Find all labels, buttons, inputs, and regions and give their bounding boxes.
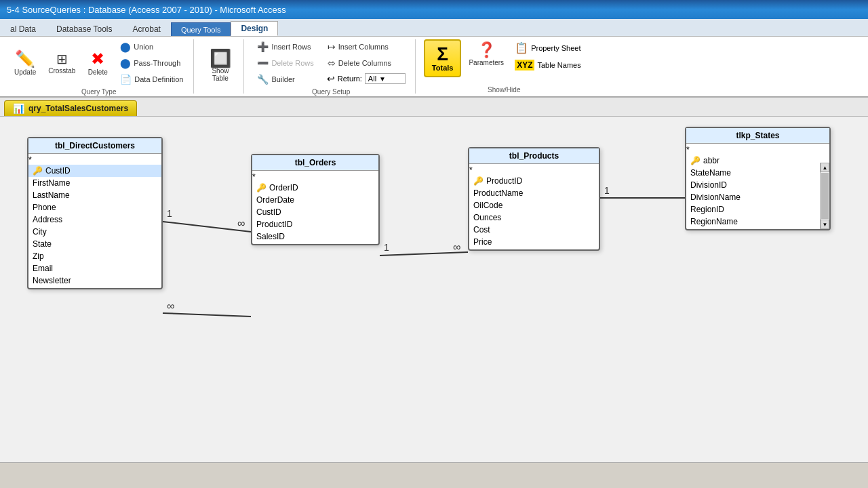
- parameters-group: ❓ Parameters: [464, 39, 509, 70]
- field-orders-custid[interactable]: CustID: [252, 206, 378, 218]
- field-states-star: *: [686, 145, 690, 155]
- table-products-header: tbl_Products: [469, 148, 599, 164]
- field-price[interactable]: Price: [469, 236, 599, 248]
- tab-al-data[interactable]: al Data: [0, 21, 46, 36]
- query-type-label: Query Type: [81, 87, 117, 96]
- field-orderid[interactable]: 🔑 OrderID: [252, 182, 378, 194]
- insert-columns-button[interactable]: ↦ Insert Columns: [323, 39, 410, 54]
- update-button[interactable]: ✏️ Update: [9, 47, 41, 79]
- field-newsletter[interactable]: Newsletter: [28, 274, 161, 287]
- tab-acrobat[interactable]: Acrobat: [123, 21, 171, 36]
- design-canvas: 1 ∞ ∞ 1 ∞ 1 tbl_DirectCustomers * 🔑 Cust…: [0, 117, 868, 462]
- property-sheet-button[interactable]: 📋 Property Sheet: [511, 39, 585, 56]
- key-icon-abbr: 🔑: [690, 156, 701, 165]
- key-icon-orderid: 🔑: [256, 183, 267, 192]
- ribbon-group-query-type: ✏️ Update ⊞ Crosstab ✖ Delete ⬤: [4, 39, 194, 94]
- show-hide-content: Σ Totals ❓ Parameters 📋 Property Sheet X…: [424, 39, 585, 85]
- ribbon-group-show-table: 🔲 Show Table: [197, 39, 244, 94]
- totals-icon: Σ: [437, 45, 448, 64]
- field-phone[interactable]: Phone: [28, 201, 161, 214]
- ribbon-group-query-setup: ➕ Insert Rows ➖ Delete Rows 🔧 Builder ↦: [247, 39, 415, 94]
- field-cost[interactable]: Cost: [469, 224, 599, 236]
- svg-line-3: [163, 313, 251, 317]
- states-scrollbar[interactable]: ▲ ▼: [820, 163, 829, 229]
- pass-through-icon: ⬤: [120, 58, 131, 68]
- field-address[interactable]: Address: [28, 214, 161, 226]
- totals-button[interactable]: Σ Totals: [424, 39, 462, 77]
- field-orders-productid[interactable]: ProductID: [252, 218, 378, 230]
- field-custid[interactable]: 🔑 CustID: [28, 165, 161, 177]
- builder-icon: 🔧: [257, 74, 269, 85]
- field-zip[interactable]: Zip: [28, 250, 161, 262]
- field-ounces[interactable]: Ounces: [469, 211, 599, 224]
- field-products-star: *: [469, 165, 473, 175]
- field-productid[interactable]: 🔑 ProductID: [469, 175, 599, 187]
- table-direct-customers-header: tbl_DirectCustomers: [28, 138, 161, 154]
- field-statename[interactable]: StateName: [686, 167, 829, 179]
- field-firstname[interactable]: FirstName: [28, 177, 161, 189]
- return-row: ↩ Return: All ▼: [323, 72, 410, 85]
- svg-text:1: 1: [167, 208, 172, 219]
- return-dropdown[interactable]: All ▼: [365, 73, 406, 84]
- insert-columns-icon: ↦: [328, 41, 336, 52]
- svg-text:∞: ∞: [453, 241, 460, 253]
- field-salesid[interactable]: SalesID: [252, 230, 378, 243]
- field-abbr[interactable]: 🔑 abbr: [686, 155, 829, 167]
- delete-button[interactable]: ✖ Delete: [83, 47, 113, 79]
- field-divisionname[interactable]: DivisionName: [686, 191, 829, 203]
- table-orders-header: tbl_Orders: [252, 155, 378, 171]
- table-names-icon: XYZ: [515, 60, 534, 70]
- query-type-small-buttons: ⬤ Union ⬤ Pass-Through 📄 Data Definition: [115, 39, 188, 87]
- scroll-thumb: [821, 173, 829, 219]
- show-table-content: 🔲 Show Table: [205, 39, 236, 92]
- query-tab-icon: 📊: [13, 103, 24, 114]
- tab-database-tools[interactable]: Database Tools: [46, 21, 123, 36]
- tab-design[interactable]: Design: [231, 21, 278, 36]
- field-divisionid[interactable]: DivisionID: [686, 179, 829, 191]
- tab-query-tools[interactable]: Query Tools: [171, 22, 231, 36]
- crosstab-button[interactable]: ⊞ Crosstab: [43, 49, 80, 78]
- field-regionname[interactable]: RegionName: [686, 216, 829, 228]
- scroll-down-arrow[interactable]: ▼: [821, 220, 829, 229]
- svg-line-0: [163, 222, 251, 232]
- union-button[interactable]: ⬤ Union: [115, 39, 188, 54]
- query-setup-content: ➕ Insert Rows ➖ Delete Rows 🔧 Builder ↦: [252, 39, 409, 87]
- builder-button[interactable]: 🔧 Builder: [252, 72, 318, 87]
- data-definition-button[interactable]: 📄 Data Definition: [115, 72, 188, 87]
- update-icon: ✏️: [15, 51, 35, 67]
- delete-columns-button[interactable]: ⬄ Delete Columns: [323, 56, 410, 70]
- delete-rows-button[interactable]: ➖ Delete Rows: [252, 56, 318, 70]
- insert-rows-button[interactable]: ➕ Insert Rows: [252, 39, 318, 54]
- show-hide-label: Show/Hide: [488, 85, 520, 94]
- scroll-up-arrow[interactable]: ▲: [821, 163, 829, 172]
- svg-text:∞: ∞: [237, 218, 245, 229]
- field-direct-customers-star: *: [28, 155, 32, 165]
- key-icon-custid: 🔑: [33, 166, 43, 176]
- status-bar: [0, 462, 868, 477]
- field-regionid[interactable]: RegionID: [686, 203, 829, 216]
- field-city[interactable]: City: [28, 226, 161, 238]
- table-names-button[interactable]: XYZ Table Names: [511, 58, 585, 73]
- query-type-buttons: ✏️ Update ⊞ Crosstab ✖ Delete ⬤: [9, 39, 188, 87]
- table-tbl-products: tbl_Products * 🔑 ProductID ProductName O…: [468, 147, 600, 251]
- field-orderdate[interactable]: OrderDate: [252, 194, 378, 206]
- field-productname[interactable]: ProductName: [469, 187, 599, 199]
- table-tbl-direct-customers: tbl_DirectCustomers * 🔑 CustID FirstName…: [27, 137, 163, 289]
- field-email[interactable]: Email: [28, 262, 161, 274]
- table-direct-customers-fields: * 🔑 CustID FirstName LastName Phone Addr…: [28, 154, 161, 288]
- show-hide-small-buttons: 📋 Property Sheet XYZ Table Names: [511, 39, 585, 73]
- field-state[interactable]: State: [28, 238, 161, 250]
- table-tlkp-states: tlkp_States * 🔑 abbr StateName DivisionI…: [685, 127, 831, 230]
- delete-columns-icon: ⬄: [328, 58, 336, 68]
- ribbon-tab-strip: al Data Database Tools Acrobat Query Too…: [0, 19, 868, 37]
- field-oilcode[interactable]: OilCode: [469, 199, 599, 211]
- show-table-button[interactable]: 🔲 Show Table: [205, 46, 236, 85]
- query-tab-main[interactable]: 📊 qry_TotalSalesCustomers: [4, 100, 137, 116]
- field-lastname[interactable]: LastName: [28, 189, 161, 201]
- pass-through-button[interactable]: ⬤ Pass-Through: [115, 56, 188, 70]
- parameters-button[interactable]: ❓ Parameters: [464, 39, 509, 70]
- query-setup-label: Query Setup: [312, 87, 350, 96]
- query-setup-col2: ↦ Insert Columns ⬄ Delete Columns ↩ Retu…: [323, 39, 410, 87]
- property-sheet-icon: 📋: [515, 41, 528, 54]
- query-setup-buttons: ➕ Insert Rows ➖ Delete Rows 🔧 Builder ↦: [252, 39, 409, 87]
